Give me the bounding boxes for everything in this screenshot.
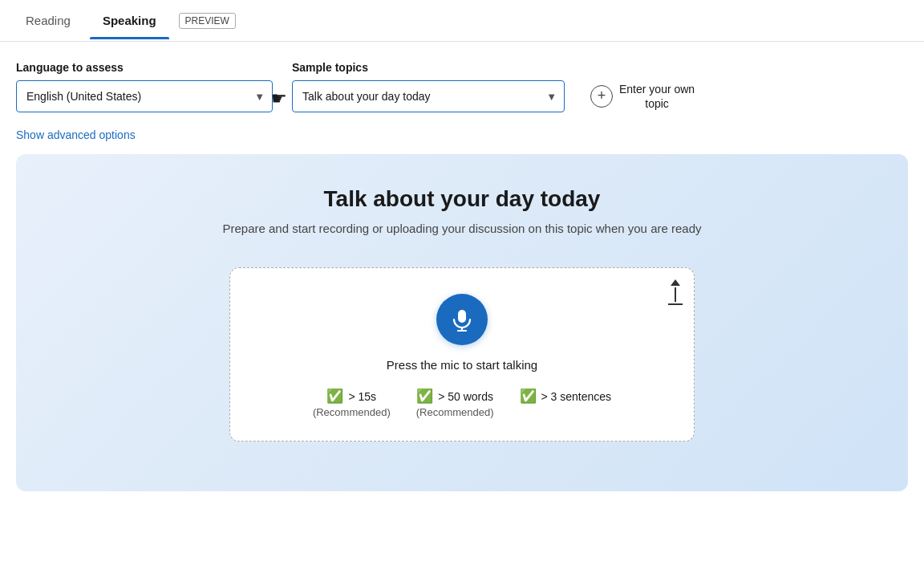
upload-button[interactable] [668, 279, 683, 305]
topic-description: Prepare and start recording or uploading… [222, 222, 701, 235]
req-sentences-value: > 3 sentences [541, 390, 612, 403]
sample-topics-select[interactable]: Talk about your day today Describe your … [292, 80, 565, 112]
req-words-value: > 50 words [438, 390, 493, 403]
language-control-group: Language to assess English (United State… [16, 61, 273, 112]
mic-button[interactable] [436, 294, 488, 345]
sample-topics-label: Sample topics [292, 61, 565, 74]
main-content: Language to assess English (United State… [0, 42, 924, 504]
check-icon-words: ✅ [416, 388, 433, 405]
enter-own-topic-label: Enter your own topic [619, 82, 695, 111]
sample-topics-select-wrapper: Talk about your day today Describe your … [292, 80, 565, 112]
req-words-note: (Recommended) [416, 406, 494, 418]
controls-row: Language to assess English (United State… [16, 61, 908, 112]
enter-own-topic-button[interactable]: + Enter your own topic [590, 82, 695, 111]
req-time-value: > 15s [348, 390, 376, 403]
press-mic-text: Press the mic to start talking [387, 358, 537, 372]
preview-badge[interactable]: PREVIEW [179, 13, 236, 29]
req-time-note: (Recommended) [313, 406, 391, 418]
speaking-area: Talk about your day today Prepare and st… [16, 154, 908, 491]
topic-title: Talk about your day today [324, 186, 601, 212]
check-icon-time: ✅ [326, 388, 343, 405]
requirements-row: ✅ > 15s (Recommended) ✅ > 50 words (Reco… [313, 388, 611, 418]
sample-topics-control-group: Sample topics Talk about your day today … [292, 61, 565, 112]
cursor-hand-icon: ☛ [271, 88, 287, 109]
language-select-wrapper: English (United States) English (United … [16, 80, 273, 112]
upload-arrow-icon [668, 279, 683, 305]
plus-circle-icon: + [590, 85, 613, 108]
svg-rect-0 [458, 310, 466, 323]
tab-reading[interactable]: Reading [13, 2, 83, 39]
tab-speaking[interactable]: Speaking [90, 2, 169, 39]
language-select[interactable]: English (United States) English (United … [16, 80, 273, 112]
mic-icon [449, 307, 475, 332]
check-icon-sentences: ✅ [520, 388, 537, 405]
requirement-words: ✅ > 50 words (Recommended) [416, 388, 494, 418]
requirement-time: ✅ > 15s (Recommended) [313, 388, 391, 418]
requirement-sentences: ✅ > 3 sentences [520, 388, 612, 406]
tab-bar: Reading Speaking PREVIEW [0, 0, 924, 42]
recording-box: Press the mic to start talking ✅ > 15s (… [229, 267, 695, 442]
language-label: Language to assess [16, 61, 273, 74]
show-advanced-options-link[interactable]: Show advanced options [16, 128, 908, 141]
